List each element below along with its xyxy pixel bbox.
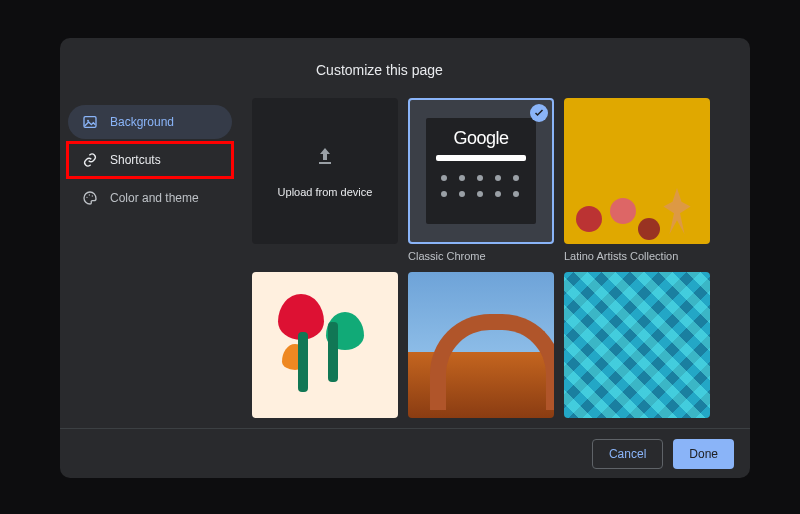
tile-classic-chrome[interactable]: Google Classic Chrome [408, 98, 554, 264]
sidebar-item-background[interactable]: Background [68, 105, 232, 139]
tile-caption: Classic Chrome [408, 250, 554, 264]
svg-point-3 [89, 194, 90, 195]
dialog-title: Customize this page [316, 62, 443, 78]
sidebar-item-color-theme[interactable]: Color and theme [68, 181, 232, 215]
sidebar: Background Shortcuts [60, 98, 240, 428]
palette-icon [82, 190, 98, 206]
done-label: Done [689, 447, 718, 461]
latino-thumb[interactable] [564, 98, 710, 244]
tile-collection-flowers[interactable] [252, 272, 398, 428]
content-wrap: Upload from device Google [240, 98, 750, 428]
background-grid: Upload from device Google [252, 98, 744, 428]
classic-thumb[interactable]: Google [408, 98, 554, 244]
tile-caption: Latino Artists Collection [564, 250, 710, 264]
cancel-button[interactable]: Cancel [592, 439, 663, 469]
customize-dialog: Customize this page Background [60, 38, 750, 478]
google-logo-text: Google [453, 128, 508, 149]
classic-shortcut-dots [441, 175, 521, 197]
upload-icon [313, 144, 337, 168]
done-button[interactable]: Done [673, 439, 734, 469]
svg-rect-5 [319, 162, 331, 164]
link-icon [82, 152, 98, 168]
dialog-footer: Cancel Done [60, 428, 750, 478]
cancel-label: Cancel [609, 447, 646, 461]
dialog-body: Background Shortcuts [60, 98, 750, 428]
caption-empty [252, 250, 398, 264]
tile-collection-geometric[interactable] [564, 272, 710, 428]
sidebar-item-label: Shortcuts [110, 153, 161, 167]
classic-preview: Google [426, 118, 536, 224]
sidebar-item-label: Color and theme [110, 191, 199, 205]
sidebar-item-shortcuts[interactable]: Shortcuts [68, 143, 232, 177]
tile-collection-arch[interactable] [408, 272, 554, 428]
image-icon [82, 114, 98, 130]
upload-label: Upload from device [278, 186, 373, 198]
arch-thumb[interactable] [408, 272, 554, 418]
svg-point-2 [86, 197, 87, 198]
selected-check-icon [530, 104, 548, 122]
upload-thumb[interactable]: Upload from device [252, 98, 398, 244]
geometric-thumb[interactable] [564, 272, 710, 418]
sidebar-item-label: Background [110, 115, 174, 129]
flowers-thumb[interactable] [252, 272, 398, 418]
background-grid-scroll[interactable]: Upload from device Google [240, 98, 750, 428]
tile-latino-artists[interactable]: Latino Artists Collection [564, 98, 710, 264]
tile-upload[interactable]: Upload from device [252, 98, 398, 264]
svg-point-4 [92, 195, 93, 196]
classic-search-bar [436, 155, 526, 161]
